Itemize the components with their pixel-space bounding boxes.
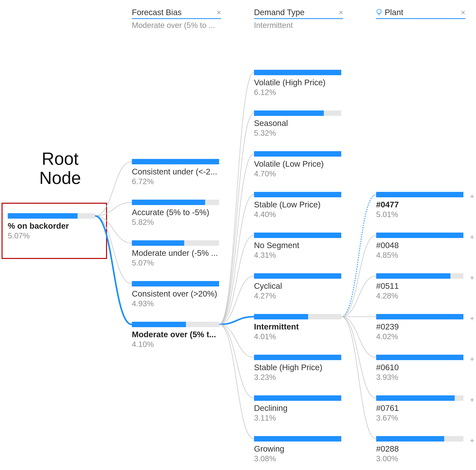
column-header-plant[interactable]: Plant × [376,8,465,19]
expand-icon[interactable]: + [470,233,474,241]
demand-type-node[interactable]: Volatile (Low Price) 4.70% [254,151,341,178]
plant-node[interactable]: #0477 5.01% + [376,192,463,219]
node-label: Volatile (Low Price) [254,159,341,169]
node-label: Intermittent [254,322,341,331]
expand-icon[interactable]: + [470,396,474,404]
bar-fill [254,151,341,157]
demand-type-node[interactable]: Declining 3.11% [254,395,341,422]
node-label: Stable (Low Price) [254,200,341,209]
bar-track [132,240,219,246]
bar-fill [254,355,341,360]
node-value: 3.67% [376,414,463,422]
bar-fill [376,314,463,319]
bar-track [132,200,219,205]
node-label: Volatile (High Price) [254,78,341,87]
demand-type-node[interactable]: Stable (High Price) 3.23% [254,355,341,382]
close-icon[interactable]: × [217,8,221,17]
column-title-label: Plant [385,8,403,17]
node-value: 6.12% [254,88,341,97]
bar-fill [254,192,341,197]
plant-node[interactable]: #0761 3.67% + [376,395,463,422]
node-label: Declining [254,403,341,413]
bar-track [376,314,463,319]
node-label: Consistent over (>20%) [132,289,219,299]
forecast-bias-node[interactable]: Consistent over (>20%) 4.93% [132,281,219,308]
plant-node[interactable]: #0239 4.02% + [376,314,463,341]
root-node[interactable]: % on backorder 5.07% [8,213,95,240]
demand-type-node[interactable]: Cyclical 4.27% [254,273,341,300]
annotation-line: Root [19,149,101,168]
bar-fill [254,70,341,75]
node-value: 5.07% [8,231,95,240]
demand-type-node[interactable]: Seasonal 5.32% [254,110,341,137]
node-value: 4.02% [376,332,463,341]
expand-icon[interactable]: + [470,355,474,363]
bar-track [376,273,463,279]
plant-node[interactable]: #0511 4.28% + [376,273,463,300]
node-value: 3.00% [376,454,463,463]
demand-type-node[interactable]: Intermittent 4.01% [254,314,341,341]
lightbulb-icon [376,9,382,16]
node-value: 5.07% [132,259,219,267]
demand-type-node[interactable]: Growing 3.08% [254,436,341,463]
node-label: #0477 [376,200,463,209]
forecast-bias-node[interactable]: Moderate under (-5% ... 5.07% [132,240,219,267]
forecast-bias-node[interactable]: Accurate (5% to -5%) 5.82% [132,200,219,227]
node-value: 6.72% [132,177,219,186]
column-header-forecast-bias[interactable]: Forecast Bias × Moderate over (5% to ... [132,8,221,30]
bar-track [132,159,219,164]
node-label: Moderate over (5% t... [132,330,219,339]
bar-fill [132,240,184,246]
annotation-line: Node [19,168,101,188]
bar-track [254,395,341,401]
plant-node[interactable]: #0610 3.93% + [376,355,463,382]
bar-fill [254,273,341,279]
node-value: 4.93% [132,299,219,308]
decomposition-tree-canvas: Root Node Forecast Bias × Moderate over … [0,0,476,470]
bar-fill [132,281,219,286]
node-value: 3.11% [254,414,341,422]
column-subtitle: Intermittent [254,21,343,30]
forecast-bias-node[interactable]: Consistent under (<-2... 6.72% [132,159,219,186]
plant-node[interactable]: #0048 4.85% + [376,233,463,260]
demand-type-node[interactable]: Stable (Low Price) 4.40% [254,192,341,219]
demand-type-node[interactable]: Volatile (High Price) 6.12% [254,70,341,97]
close-icon[interactable]: × [461,8,465,17]
bar-track [376,395,463,401]
node-value: 4.70% [254,169,341,178]
node-value: 4.85% [376,251,463,260]
node-value: 5.01% [376,210,463,219]
bar-fill [8,213,78,219]
node-value: 4.27% [254,291,341,300]
column-header-demand-type[interactable]: Demand Type × Intermittent [254,8,343,30]
bar-track [254,192,341,197]
node-label: Consistent under (<-2... [132,167,219,176]
close-icon[interactable]: × [339,8,343,17]
node-value: 4.10% [132,340,219,349]
column-title-label: Forecast Bias [132,8,182,17]
expand-icon[interactable]: + [470,436,474,445]
node-label: #0239 [376,322,463,331]
node-value: 5.82% [132,218,219,227]
bar-track [132,281,219,286]
bar-fill [376,355,463,360]
expand-icon[interactable]: + [470,314,474,323]
expand-icon[interactable]: + [470,274,474,282]
node-label: #0511 [376,281,463,291]
bar-fill [376,436,444,441]
bar-fill [376,233,463,238]
bar-fill [132,322,186,327]
demand-type-node[interactable]: No Segment 4.31% [254,233,341,260]
bar-track [376,233,463,238]
node-value: 4.28% [376,291,463,300]
plant-node[interactable]: #0288 3.00% + [376,436,463,463]
bar-fill [132,200,205,205]
svg-point-0 [377,9,381,14]
forecast-bias-node[interactable]: Moderate over (5% t... 4.10% [132,322,219,349]
bar-track [254,151,341,157]
bar-fill [376,273,450,279]
bar-track [376,192,463,197]
node-label: Stable (High Price) [254,363,341,372]
expand-icon[interactable]: + [470,192,474,201]
bar-track [8,213,95,219]
